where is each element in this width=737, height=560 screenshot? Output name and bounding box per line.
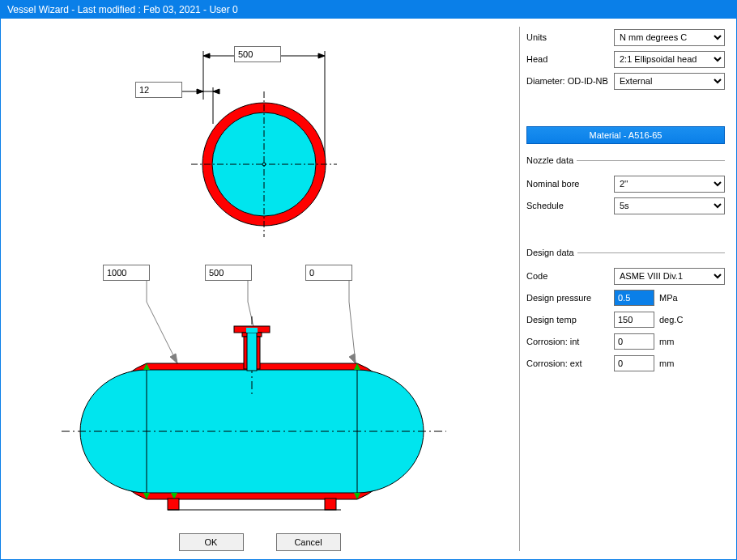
length-input[interactable] — [103, 265, 150, 281]
code-select[interactable]: ASME VIII Div.1 — [614, 268, 725, 285]
corr-int-unit: mm — [659, 337, 674, 346]
properties-panel: Units N mm degrees C Head 2:1 Ellipsoida… — [519, 27, 728, 551]
svg-marker-24 — [349, 354, 356, 363]
units-label: Units — [526, 32, 614, 42]
temp-input[interactable] — [614, 312, 654, 328]
diameter-select[interactable]: External — [614, 73, 725, 90]
nozzle-group: Nozzle data Nominal bore 2'' Schedule 5s — [526, 155, 725, 218]
temp-unit: deg.C — [659, 315, 683, 325]
svg-rect-40 — [247, 333, 257, 371]
material-button[interactable]: Material - A516-65 — [526, 126, 725, 144]
corr-ext-unit: mm — [659, 358, 674, 368]
svg-marker-2 — [318, 53, 325, 58]
schedule-select[interactable]: 5s — [614, 197, 725, 214]
od-input[interactable] — [234, 46, 281, 62]
pressure-unit: MPa — [659, 293, 678, 303]
design-legend: Design data — [526, 248, 577, 257]
corr-int-input[interactable] — [614, 333, 654, 350]
pressure-input[interactable] — [614, 290, 654, 306]
svg-marker-7 — [197, 89, 203, 94]
title-bar: Vessel Wizard - Last modified : Feb 03, … — [1, 1, 736, 19]
window-title: Vessel Wizard - Last modified : Feb 03, … — [7, 4, 238, 15]
nozzle-offset-input[interactable] — [305, 265, 352, 281]
corr-int-label: Corrosion: int — [526, 337, 614, 346]
units-select[interactable]: N mm degrees C — [614, 29, 725, 46]
thickness-input[interactable] — [135, 82, 182, 98]
nozzle-position-input[interactable] — [205, 265, 252, 281]
button-row: OK Cancel — [9, 527, 510, 551]
svg-line-17 — [147, 302, 177, 363]
nozzle-legend: Nozzle data — [526, 155, 577, 165]
svg-rect-32 — [168, 498, 179, 510]
svg-rect-41 — [246, 328, 258, 333]
diameter-label: Diameter: OD-ID-NB — [526, 76, 614, 86]
temp-label: Design temp — [526, 315, 614, 325]
code-label: Code — [526, 271, 614, 281]
svg-marker-18 — [170, 354, 177, 363]
design-group: Design data Code ASME VIII Div.1 Design … — [526, 248, 725, 376]
corr-ext-input[interactable] — [614, 355, 654, 371]
window: Vessel Wizard - Last modified : Feb 03, … — [0, 0, 737, 560]
drawing-area — [9, 27, 510, 527]
drawing-panel: OK Cancel — [9, 27, 511, 551]
bore-label: Nominal bore — [526, 179, 614, 189]
svg-marker-1 — [203, 53, 210, 58]
pressure-label: Design pressure — [526, 293, 614, 303]
cancel-button[interactable]: Cancel — [276, 533, 341, 551]
svg-rect-33 — [325, 498, 336, 510]
vessel-drawing — [9, 27, 503, 527]
head-select[interactable]: 2:1 Ellipsoidal head — [614, 51, 725, 68]
ok-button[interactable]: OK — [179, 533, 244, 551]
corr-ext-label: Corrosion: ext — [526, 358, 614, 368]
bore-select[interactable]: 2'' — [614, 176, 725, 193]
svg-marker-8 — [213, 89, 219, 94]
content: OK Cancel Units N mm degrees C Head 2:1 … — [1, 19, 736, 559]
schedule-label: Schedule — [526, 201, 614, 210]
head-label: Head — [526, 54, 614, 64]
